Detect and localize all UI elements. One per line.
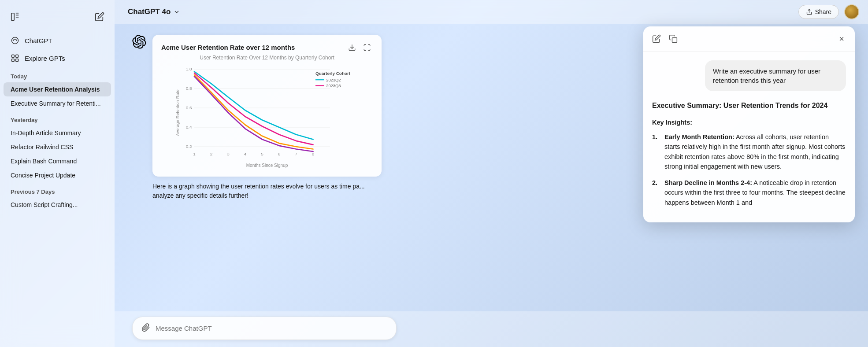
chart-svg: 1.0 0.8 0.6 0.4 0.2 1 2 3 4 5 6: [161, 64, 373, 161]
svg-rect-5: [12, 55, 15, 58]
user-bubble: Write an executive summary for user rete…: [705, 60, 846, 91]
new-chat-button[interactable]: [92, 9, 108, 25]
chart-message-text: Here is a graph showing the user retenti…: [152, 182, 382, 200]
svg-text:2: 2: [210, 151, 213, 156]
openai-icon: [132, 35, 146, 49]
expand-icon: [363, 44, 371, 52]
today-section-label: Today: [0, 67, 115, 82]
popup-edit-icon: [652, 34, 661, 43]
topbar-right: Share: [798, 4, 859, 19]
topbar: ChatGPT 4o Share: [115, 0, 868, 24]
attachment-button[interactable]: [140, 321, 152, 335]
chat-item-concise[interactable]: Concise Project Update: [4, 168, 111, 182]
chat-item-acme[interactable]: Acme User Retention Analysis: [4, 82, 111, 96]
popup-overlay: × Write an executive summary for user re…: [643, 26, 855, 222]
svg-rect-33: [672, 38, 677, 43]
chart-card: Acme User Retention Rate over 12 months: [152, 35, 382, 177]
svg-text:6: 6: [278, 151, 281, 156]
svg-text:4: 4: [244, 151, 247, 156]
key-insights-label: Key Insights:: [652, 118, 846, 128]
explore-icon: [11, 54, 19, 63]
svg-point-4: [12, 37, 19, 44]
chat-item-railwind[interactable]: Refactor Railwind CSS: [4, 140, 111, 154]
popup-edit-button[interactable]: [650, 33, 663, 45]
message-input[interactable]: [156, 325, 389, 332]
sidebar-item-explore[interactable]: Explore GPTs: [4, 49, 111, 67]
avatar-image: [845, 5, 858, 18]
share-label: Share: [815, 8, 831, 15]
svg-text:0.8: 0.8: [186, 86, 192, 91]
chart-actions: [346, 42, 373, 55]
chart-x-label: Months Since Signup: [161, 163, 373, 168]
svg-text:Average Retention Rate: Average Retention Rate: [175, 89, 180, 136]
svg-rect-7: [12, 59, 15, 62]
svg-text:1.0: 1.0: [186, 66, 192, 71]
svg-text:5: 5: [261, 151, 263, 156]
popup-copy-icon: [669, 34, 678, 43]
yesterday-section-label: Yesterday: [0, 111, 115, 126]
model-name-label: ChatGPT 4o: [128, 7, 171, 16]
insight-item-1: 1. Early Month Retention: Across all coh…: [652, 132, 846, 172]
message-input-container: [132, 317, 397, 340]
expand-chart-button[interactable]: [361, 42, 373, 55]
paperclip-icon: [141, 323, 150, 332]
assistant-avatar: [132, 35, 146, 49]
chart-title: Acme User Retention Rate over 12 months: [161, 44, 295, 51]
svg-text:0.2: 0.2: [186, 144, 192, 149]
popup-body: Write an executive summary for user rete…: [643, 52, 855, 222]
svg-text:8: 8: [312, 151, 315, 156]
chatgpt-logo-icon: [11, 36, 19, 45]
chat-item-bash[interactable]: Explain Bash Command: [4, 154, 111, 168]
chevron-down-icon: [173, 8, 180, 15]
chart-message: Acme User Retention Rate over 12 months: [152, 35, 382, 200]
retention-chart: 1.0 0.8 0.6 0.4 0.2 1 2 3 4 5 6: [161, 64, 373, 161]
sidebar: ChatGPT Explore GPTs Today Acme User Ret…: [0, 0, 115, 347]
download-icon: [348, 44, 356, 52]
popup-header: ×: [643, 26, 855, 52]
share-icon: [806, 9, 812, 15]
sidebar-item-chatgpt[interactable]: ChatGPT: [4, 32, 111, 49]
svg-text:2023Q2: 2023Q2: [326, 78, 341, 82]
avatar[interactable]: [844, 4, 859, 19]
popup-copy-button[interactable]: [667, 33, 679, 45]
chatgpt-nav-label: ChatGPT: [25, 37, 52, 44]
popup-header-left-icons: [650, 33, 679, 45]
toggle-sidebar-button[interactable]: [7, 9, 23, 25]
svg-text:1: 1: [193, 151, 196, 156]
assistant-response: Executive Summary: User Retention Trends…: [652, 100, 846, 207]
popup-close-button[interactable]: ×: [835, 33, 848, 45]
svg-text:2023Q3: 2023Q3: [326, 84, 341, 88]
svg-text:0.6: 0.6: [186, 105, 192, 110]
response-title: Executive Summary: User Retention Trends…: [652, 100, 846, 111]
insights-list: 1. Early Month Retention: Across all coh…: [652, 132, 846, 207]
svg-text:Quarterly Cohort: Quarterly Cohort: [315, 71, 351, 76]
svg-text:3: 3: [227, 151, 230, 156]
share-button[interactable]: Share: [798, 5, 839, 19]
chart-subtitle: User Retention Rate Over 12 Months by Qu…: [161, 55, 373, 61]
edit-icon: [95, 12, 104, 22]
sidebar-toggle-icon: [10, 12, 20, 22]
svg-text:0.4: 0.4: [186, 125, 192, 129]
chat-item-executive[interactable]: Executive Summary for Retenti...: [4, 96, 111, 111]
explore-nav-label: Explore GPTs: [25, 55, 65, 62]
chat-item-article[interactable]: In-Depth Article Summary: [4, 126, 111, 140]
download-chart-button[interactable]: [346, 42, 358, 55]
model-selector-button[interactable]: ChatGPT 4o: [123, 5, 185, 19]
input-area: [115, 311, 868, 347]
sidebar-top-icons: [0, 5, 115, 32]
svg-rect-0: [11, 13, 14, 21]
svg-rect-6: [16, 55, 19, 58]
previous-section-label: Previous 7 Days: [0, 182, 115, 198]
svg-rect-8: [16, 59, 19, 62]
svg-text:7: 7: [295, 151, 297, 156]
chat-item-custom-script[interactable]: Custom Script Crafting...: [4, 198, 111, 212]
insight-item-2: 2. Sharp Decline in Months 2-4: A notice…: [652, 178, 846, 207]
